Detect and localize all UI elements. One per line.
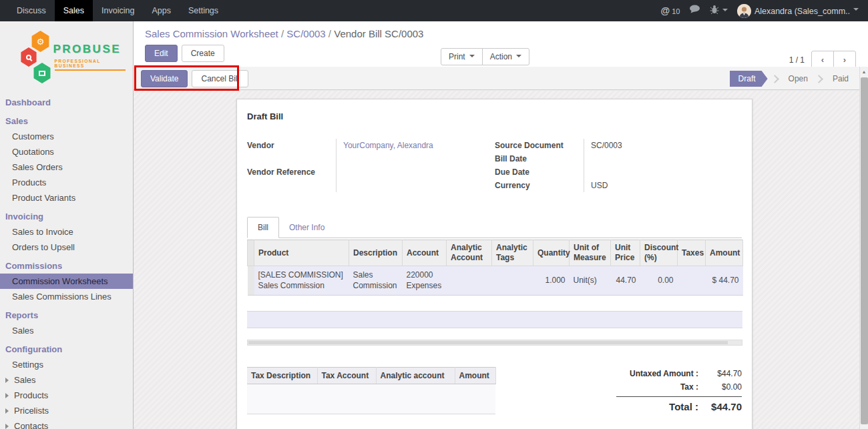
nav-menu-invoicing[interactable]: Invoicing	[93, 0, 143, 21]
sidebar-item-config-contacts[interactable]: Contacts	[0, 418, 133, 429]
sidebar-item-settings[interactable]: Settings	[0, 357, 133, 372]
scroll-up-arrow-icon[interactable]: ▲	[860, 67, 868, 77]
nav-menu-sales[interactable]: Sales	[55, 0, 93, 21]
row-handle-header	[248, 240, 254, 266]
breadcrumb-link-worksheet[interactable]: Sales Commission Worksheet	[145, 28, 278, 39]
nav-menu-apps[interactable]: Apps	[143, 0, 180, 21]
sidebar-section-invoicing[interactable]: Invoicing	[0, 209, 133, 224]
sidebar-section-configuration[interactable]: Configuration	[0, 342, 133, 357]
breadcrumb-current: Vendor Bill SC/0003	[334, 28, 423, 39]
tab-other-info[interactable]: Other Info	[279, 218, 335, 238]
chevron-right-icon	[771, 75, 779, 83]
cancel-bill-button[interactable]: Cancel Bill	[192, 70, 248, 87]
sidebar-section-commissions[interactable]: Commissions	[0, 258, 133, 274]
caret-down-icon	[853, 8, 859, 13]
column-header: Account	[403, 240, 447, 266]
mention-counter[interactable]: @10	[661, 5, 680, 16]
bill-date-value	[584, 152, 742, 165]
column-header: Amount	[706, 240, 743, 266]
column-header: Unit of Measure	[570, 240, 611, 266]
caret-down-icon	[516, 55, 521, 60]
sidebar-item-customers[interactable]: Customers	[0, 129, 133, 144]
left-sidebar: ⚙ PROBUSE PROFESSIONAL BUSINESS Dashboar…	[0, 21, 134, 429]
control-panel: Sales Commission Worksheet / SC/0003 / V…	[134, 21, 868, 67]
user-avatar	[737, 4, 751, 18]
column-header: Unit Price	[611, 240, 640, 266]
invoice-line-row[interactable]: [SALES COMMISSION] Sales Commission Sale…	[248, 266, 743, 296]
breadcrumb: Sales Commission Worksheet / SC/0003 / V…	[134, 21, 868, 39]
currency-label: Currency	[495, 179, 584, 192]
breadcrumb-separator: /	[329, 28, 331, 39]
nav-menu-discuss[interactable]: Discuss	[8, 0, 55, 21]
vendor-value-link[interactable]: YourCompany, Alexandra	[343, 141, 433, 150]
pager: 1 / 1 ‹ ›	[789, 51, 856, 69]
sidebar-item-products[interactable]: Products	[0, 175, 133, 190]
sidebar-section-sales[interactable]: Sales	[0, 113, 133, 129]
cell-taxes	[678, 266, 706, 296]
sidebar-item-sales-orders[interactable]: Sales Orders	[0, 159, 133, 175]
source-document-label: Source Document	[495, 139, 584, 152]
sidebar-item-reports-sales[interactable]: Sales	[0, 323, 133, 338]
horizontal-scrollbar-thumb[interactable]	[248, 341, 728, 344]
breadcrumb-link-sc0003[interactable]: SC/0003	[286, 28, 325, 39]
cell-quantity: 1.000	[533, 266, 570, 296]
next-page-button[interactable]: ›	[833, 51, 856, 69]
sidebar-item-dashboard[interactable]: Dashboard	[0, 95, 133, 110]
pager-counter: 1 / 1	[789, 55, 805, 65]
sidebar-item-commission-worksheets[interactable]: Commission Worksheets	[0, 274, 133, 289]
gear-icon: ⚙	[31, 31, 51, 52]
sidebar-item-sales-commissions-lines[interactable]: Sales Commissions Lines	[0, 289, 133, 304]
row-handle	[248, 266, 254, 296]
cell-unit-price: 44.70	[611, 266, 640, 296]
sidebar-item-quotations[interactable]: Quotations	[0, 144, 133, 159]
sidebar-item-config-products[interactable]: Products	[0, 388, 133, 403]
status-pipeline: Draft Open Paid	[730, 71, 853, 87]
print-dropdown-button[interactable]: Print	[441, 48, 483, 65]
sidebar-item-sales-to-invoice[interactable]: Sales to Invoice	[0, 224, 133, 240]
user-menu[interactable]: Alexandra (Sales_comm..	[737, 4, 859, 18]
sidebar-section-reports[interactable]: Reports	[0, 308, 133, 323]
create-button[interactable]: Create	[182, 45, 224, 62]
messages-icon[interactable]	[689, 5, 700, 17]
tax-value: $0.00	[705, 382, 742, 392]
tab-bill[interactable]: Bill	[247, 217, 279, 238]
chevron-right-icon	[815, 75, 823, 83]
vendor-label: Vendor	[247, 139, 337, 165]
tax-empty-row	[247, 384, 495, 414]
cell-analytic-account	[447, 266, 492, 296]
table-header-row: Product Description Account Analytic Acc…	[248, 240, 743, 266]
column-header: Analytic Tags	[492, 240, 533, 266]
caret-down-icon	[469, 55, 475, 60]
vertical-scrollbar[interactable]: ▲	[859, 67, 868, 429]
invoice-lines-table: Product Description Account Analytic Acc…	[247, 240, 743, 296]
status-step-paid[interactable]: Paid	[829, 71, 853, 87]
logo-subtitle: PROFESSIONAL BUSINESS	[55, 59, 126, 71]
horizontal-scrollbar[interactable]	[247, 340, 742, 346]
sidebar-item-product-variants[interactable]: Product Variants	[0, 190, 133, 205]
status-step-open[interactable]: Open	[785, 71, 812, 87]
action-dropdown-button[interactable]: Action	[482, 48, 529, 65]
status-step-draft[interactable]: Draft	[730, 71, 768, 87]
column-header: Discount (%)	[640, 240, 678, 266]
sidebar-item-orders-to-upsell[interactable]: Orders to Upsell	[0, 240, 133, 255]
debug-menu-toggle[interactable]	[710, 5, 728, 17]
caret-down-icon	[722, 9, 728, 14]
sidebar-item-label: Products	[14, 390, 48, 400]
sidebar-item-label: Sales	[14, 375, 36, 385]
mention-count: 10	[672, 7, 680, 15]
validate-button[interactable]: Validate	[141, 70, 188, 87]
nav-menu-settings[interactable]: Settings	[180, 0, 227, 21]
total-value: $44.70	[705, 401, 742, 412]
sidebar-item-config-sales[interactable]: Sales	[0, 372, 133, 388]
column-header: Amount	[455, 368, 495, 384]
prev-page-button[interactable]: ‹	[811, 51, 834, 69]
edit-button[interactable]: Edit	[145, 45, 178, 62]
sidebar-item-label: Pricelists	[14, 406, 49, 416]
field-group-right: Source Document SC/0003 Bill Date Due Da…	[495, 139, 742, 192]
cell-analytic-tags	[492, 266, 533, 296]
vertical-scrollbar-thumb[interactable]	[861, 77, 868, 424]
sidebar-item-config-pricelists[interactable]: Pricelists	[0, 403, 133, 418]
column-header: Taxes	[678, 240, 706, 266]
tax-lines-table: Tax Description Tax Account Analytic acc…	[247, 367, 496, 414]
main-area: Sales Commission Worksheet / SC/0003 / V…	[134, 21, 868, 429]
